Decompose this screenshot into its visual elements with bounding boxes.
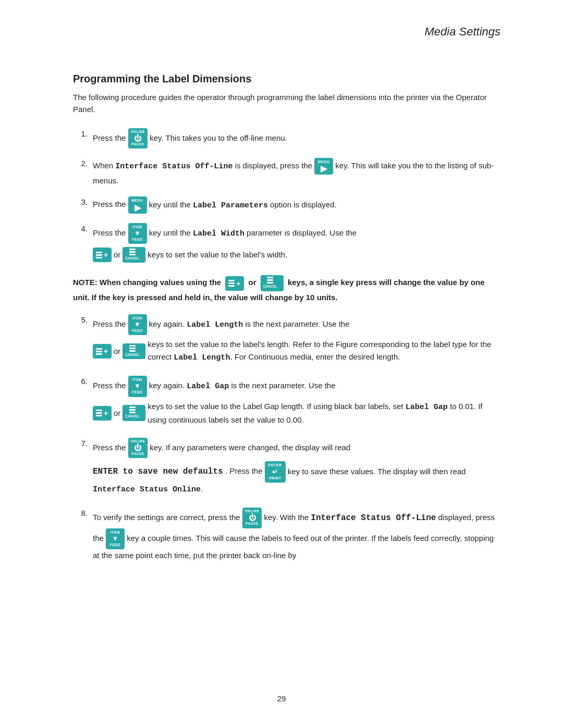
- step-1: 1. Press the ONLINE ⏻ PAUSE key. This ta…: [73, 128, 500, 149]
- cancel-col-6: CANCEL: [125, 406, 139, 419]
- plus-key-4: +: [93, 248, 112, 262]
- step-4-icons-row: + or CANCEL keys to set: [93, 247, 500, 263]
- cancel5-bar-3: [129, 350, 136, 352]
- step-3: 3. Press the MENU ▶ key until the Label …: [73, 196, 500, 213]
- item-feed-key-8: ITEM ▼ FEED: [106, 528, 125, 549]
- step-8-text-end: key a couple times. This will cause the …: [93, 534, 494, 560]
- step-5-number: 5.: [73, 314, 88, 324]
- cancel6-bar-3: [129, 412, 136, 413]
- cancel-col-5: CANCEL: [125, 345, 139, 357]
- note-or: or: [249, 278, 259, 287]
- step-6-or: or: [114, 407, 120, 419]
- minus-key-note: CANCEL: [261, 275, 284, 291]
- step-5-text-middle: key again. Label Length is the next para…: [149, 319, 350, 328]
- note-bar-2: [228, 282, 235, 284]
- cancel-col-note: CANCEL: [263, 277, 277, 289]
- cancel5-bar-1: [129, 345, 136, 347]
- feed-label-8: FEED: [110, 542, 121, 548]
- step-7-text-before: Press the: [93, 442, 128, 451]
- page-number: 29: [277, 694, 286, 703]
- plus-bar5-2: [96, 351, 102, 352]
- plus-bar6-1: [96, 410, 102, 411]
- step-5-or: or: [114, 345, 120, 357]
- step-4-or: or: [114, 249, 120, 261]
- cancel5-bar-2: [129, 348, 136, 349]
- note-block: NOTE: When changing values using the + o…: [73, 275, 500, 303]
- menu-label-3: MENU: [131, 198, 143, 203]
- step-1-text-after: key. This takes you to the off-line menu…: [150, 133, 287, 142]
- item-label-8: ITEM: [111, 529, 120, 535]
- plus-char-4: +: [104, 251, 108, 258]
- plus-bars-5: [96, 348, 102, 355]
- step-4: 4. Press the ITEM ▼ FEED key until the L…: [73, 223, 500, 265]
- step-3-text-after: key until the Label Parameters option is…: [149, 200, 337, 209]
- step-5-text-end: keys to set the value to the label's len…: [148, 338, 500, 364]
- cancel-bars-4: [129, 249, 136, 255]
- down-arrow-4: ▼: [134, 230, 141, 237]
- cancel6-bar-2: [129, 409, 136, 411]
- cancel-bars-5: [129, 345, 136, 352]
- step-7-press-text: . Press the: [225, 467, 265, 476]
- cancel-bar-1: [129, 249, 136, 250]
- power-icon: ⏻: [134, 134, 141, 142]
- step-3-content: Press the MENU ▶ key until the Label Par…: [93, 196, 500, 213]
- step-5: 5. Press the ITEM ▼ FEED key again. Labe…: [73, 314, 500, 366]
- step-7: 7. Press the ONLINE ⏻ PAUSE key. If any …: [73, 438, 500, 498]
- pause-label-7: PAUSE: [131, 451, 144, 456]
- step-6: 6. Press the ITEM ▼ FEED key again. Labe…: [73, 376, 500, 428]
- step-4-text-middle: key until the Label Width parameter is d…: [149, 228, 357, 237]
- cancel-label-5: CANCEL: [125, 352, 139, 357]
- step-7-text-middle: key. If any parameters were changed, the…: [150, 442, 350, 451]
- plus-bar5-3: [96, 353, 102, 355]
- cancel6-bar-1: [129, 406, 136, 408]
- note-bar-1: [228, 280, 235, 281]
- online-pause-key-7: ONLINE ⏻ PAUSE: [128, 438, 148, 459]
- step-6-number: 6.: [73, 376, 88, 386]
- plus-key-note: +: [225, 276, 244, 291]
- plus-bar6-2: [96, 412, 102, 414]
- power-icon-7: ⏻: [134, 444, 141, 451]
- down-arrow-8: ▼: [112, 535, 119, 542]
- step-6-content: Press the ITEM ▼ FEED key again. Label G…: [93, 376, 500, 428]
- step-5-text-before: Press the: [93, 319, 128, 328]
- enter-label-7: ENTER: [268, 462, 282, 468]
- cancel-bar-2: [129, 251, 136, 253]
- note-bar-3: [228, 285, 235, 287]
- step-7-enter-text: ENTER to save new defaults: [93, 467, 223, 477]
- cancel-label-4: CANCEL: [125, 256, 139, 261]
- cancel-label-6: CANCEL: [125, 414, 139, 419]
- step-1-text-before: Press the: [93, 133, 128, 142]
- page-header-title: Media Settings: [424, 25, 500, 39]
- step-4-number: 4.: [73, 223, 88, 233]
- step-7-content: Press the ONLINE ⏻ PAUSE key. If any par…: [93, 438, 500, 498]
- down-arrow-6: ▼: [134, 382, 141, 389]
- plus-bar6-3: [96, 415, 102, 416]
- step-1-content: Press the ONLINE ⏻ PAUSE key. This takes…: [93, 128, 500, 149]
- cancel-col-4: CANCEL: [125, 249, 139, 261]
- plus-bars-4: [96, 252, 102, 258]
- step-1-number: 1.: [73, 128, 88, 138]
- step-2-text-before: When Interface Status Off-Line is displa…: [93, 161, 314, 170]
- feed-label-4: FEED: [132, 237, 143, 242]
- step-6-text-before: Press the: [93, 381, 128, 390]
- step-3-text-before: Press the: [93, 200, 128, 209]
- step-4-text-before: Press the: [93, 228, 128, 237]
- minus-key-5: CANCEL: [123, 343, 145, 359]
- step-4-content: Press the ITEM ▼ FEED key until the Labe…: [93, 223, 500, 265]
- intro-text: The following procedure guides the opera…: [73, 91, 500, 116]
- cancel-label-note: CANCEL: [263, 284, 277, 289]
- section-title: Programming the Label Dimensions: [73, 73, 500, 85]
- plus-bar-1: [96, 252, 102, 253]
- cancel-note-bar-3: [267, 282, 273, 283]
- online-pause-key-1: ONLINE ⏻ PAUSE: [128, 128, 148, 149]
- minus-key-4: CANCEL: [123, 247, 145, 263]
- step-8-number: 8.: [73, 508, 88, 517]
- feed-label-5: FEED: [132, 328, 143, 334]
- step-8: 8. To verify the settings are correct, p…: [73, 508, 500, 562]
- online-pause-key-8: ONLINE ⏻ PAUSE: [242, 508, 262, 528]
- step-6-text-end: keys to set the value to the Label Gap l…: [148, 400, 500, 426]
- pause-label: PAUSE: [131, 142, 144, 147]
- enter-print-key-7: ENTER ↵ PRINT: [265, 461, 286, 482]
- plus-char-note: +: [236, 280, 240, 287]
- menu-arrow-2: ▶: [321, 165, 327, 173]
